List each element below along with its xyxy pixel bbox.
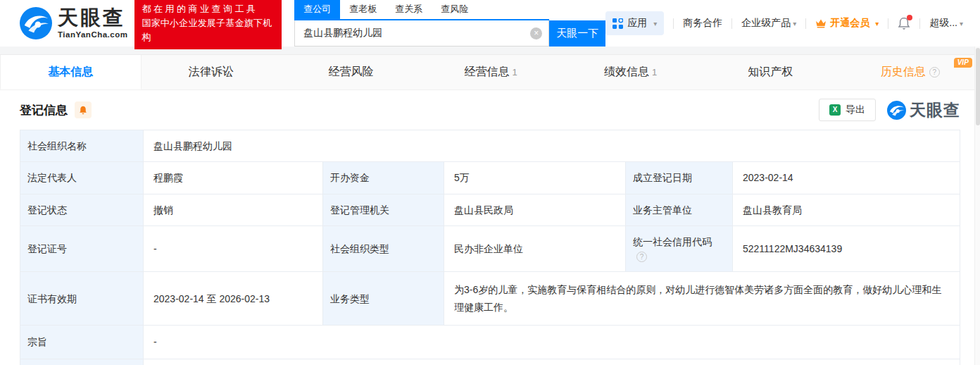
tab-operation-info[interactable]: 经营信息 1 bbox=[421, 55, 561, 89]
field-label-legal-rep: 法定代表人 bbox=[20, 162, 144, 194]
table-row: 宗旨 - bbox=[20, 326, 960, 359]
field-label-capital: 开办资金 bbox=[323, 162, 444, 194]
crown-icon bbox=[815, 18, 827, 28]
tab-performance-info[interactable]: 绩效信息 1 bbox=[560, 55, 701, 89]
field-value-reg-date: 2023-02-14 bbox=[733, 162, 960, 194]
field-label-org-type: 社会组织类型 bbox=[323, 225, 444, 272]
field-label-supervisor-unit: 业务主管单位 bbox=[626, 194, 733, 225]
field-label-reg-authority: 登记管理机关 bbox=[323, 194, 444, 225]
search-tab-boss[interactable]: 查老板 bbox=[340, 0, 386, 19]
company-nav-tabs: 基本信息 法律诉讼 经营风险 经营信息 1 绩效信息 1 知识产权 VIP 历史… bbox=[0, 55, 980, 90]
field-label-business-type: 业务类型 bbox=[323, 272, 444, 326]
field-label-address: 住所 bbox=[20, 359, 144, 365]
export-button[interactable]: X 导出 bbox=[819, 99, 876, 121]
vertical-scrollbar[interactable] bbox=[974, 47, 980, 365]
divider bbox=[805, 18, 806, 29]
field-value-org-name: 盘山县鹏程幼儿园 bbox=[144, 130, 960, 162]
search-tab-company[interactable]: 查公司 bbox=[294, 0, 340, 19]
divider bbox=[919, 18, 920, 29]
tab-intellectual-property[interactable]: 知识产权 bbox=[701, 55, 841, 89]
divider bbox=[673, 18, 674, 29]
field-label-credit-code: 统一社会信用代码 ? bbox=[626, 225, 733, 272]
search-button[interactable]: 天眼一下 bbox=[549, 20, 605, 47]
enterprise-products-label: 企业级产品 bbox=[741, 17, 791, 30]
notification-bell-icon[interactable] bbox=[898, 17, 910, 30]
chevron-down-icon: ▾ bbox=[793, 20, 796, 27]
business-cooperation-link[interactable]: 商务合作 bbox=[683, 17, 722, 30]
search-tabs: 查公司 查老板 查关系 查风险 bbox=[294, 0, 549, 20]
field-value-purpose: - bbox=[144, 326, 960, 359]
history-help-icon[interactable]: ? bbox=[929, 67, 940, 78]
tab-history-info-label: 历史信息 bbox=[881, 65, 926, 80]
tianyancha-logo[interactable]: 天眼查 TianYanCha.com bbox=[20, 7, 127, 39]
table-row: 法定代表人 程鹏霞 开办资金 5万 成立登记日期 2023-02-14 bbox=[20, 162, 960, 194]
watermark-logo: 天眼查 bbox=[887, 99, 960, 121]
tab-history-info[interactable]: VIP 历史信息 ? bbox=[840, 55, 980, 89]
field-value-supervisor-unit: 盘山县教育局 bbox=[733, 194, 960, 225]
field-label-reg-number: 登记证号 bbox=[20, 225, 144, 272]
field-label-cert-validity: 证书有效期 bbox=[20, 272, 144, 326]
open-vip-label: 开通会员 bbox=[830, 17, 869, 30]
field-value-org-type: 民办非企业单位 bbox=[444, 225, 626, 272]
promo-line-2: 国家中小企业发展子基金旗下机构 bbox=[142, 16, 275, 44]
table-row: 证书有效期 2023-02-14 至 2026-02-13 业务类型 为3-6岁… bbox=[20, 272, 960, 326]
apps-menu[interactable]: 应用 ▾ bbox=[605, 11, 664, 35]
top-header: 天眼查 TianYanCha.com 都在用的商业查询工具 国家中小企业发展子基… bbox=[0, 0, 980, 47]
divider bbox=[888, 18, 888, 29]
promo-line-1: 都在用的商业查询工具 bbox=[142, 2, 275, 16]
field-label-reg-date: 成立登记日期 bbox=[626, 162, 733, 194]
table-row: 社会组织名称 盘山县鹏程幼儿园 bbox=[20, 130, 960, 162]
search-input[interactable] bbox=[294, 20, 549, 47]
open-vip-link[interactable]: 开通会员 ▾ bbox=[815, 17, 879, 30]
registration-info-table: 社会组织名称 盘山县鹏程幼儿园 法定代表人 程鹏霞 开办资金 5万 成立登记日期… bbox=[20, 130, 960, 365]
notification-dot bbox=[907, 15, 912, 20]
excel-icon: X bbox=[829, 104, 841, 116]
section-title: 登记信息 bbox=[20, 102, 68, 118]
divider bbox=[731, 18, 732, 29]
tab-legal-proceedings[interactable]: 法律诉讼 bbox=[142, 55, 282, 89]
field-label-reg-status: 登记状态 bbox=[20, 194, 144, 225]
tab-operation-risk[interactable]: 经营风险 bbox=[281, 55, 421, 89]
brand-name: 天眼查 bbox=[58, 8, 127, 28]
tab-performance-info-label: 绩效信息 bbox=[604, 65, 649, 80]
promo-banner: 都在用的商业查询工具 国家中小企业发展子基金旗下机构 bbox=[134, 0, 282, 49]
chevron-down-icon: ▾ bbox=[653, 20, 657, 27]
table-row: 住所 辽宁省盘锦市盘山县羊圈子镇和泰馨城小区 bbox=[20, 359, 960, 365]
field-value-reg-number: - bbox=[144, 225, 323, 272]
field-label-purpose: 宗旨 bbox=[20, 326, 144, 359]
credit-code-help-icon[interactable]: ? bbox=[636, 252, 647, 262]
header-links: 应用 ▾ 商务合作 企业级产品 ▾ 开通会员 ▾ bbox=[605, 11, 963, 35]
tab-performance-info-count: 1 bbox=[652, 67, 657, 78]
scrollbar-thumb[interactable] bbox=[976, 48, 980, 125]
table-row: 登记证号 - 社会组织类型 民办非企业单位 统一社会信用代码 ? 5221112… bbox=[20, 225, 960, 272]
chevron-down-icon: ▾ bbox=[875, 20, 879, 27]
field-value-address: 辽宁省盘锦市盘山县羊圈子镇和泰馨城小区 bbox=[144, 359, 960, 365]
search-area: 查公司 查老板 查关系 查风险 × 天眼一下 bbox=[294, 0, 605, 47]
tab-operation-info-count: 1 bbox=[512, 67, 517, 78]
chevron-down-icon: ▾ bbox=[960, 20, 963, 27]
search-tab-relation[interactable]: 查关系 bbox=[386, 0, 432, 19]
field-value-business-type: 为3-6岁的儿童，实施教育与保育相结合的原则，对幼儿进行德智体美劳诸多方面全面的… bbox=[444, 272, 960, 326]
export-label: 导出 bbox=[846, 104, 865, 116]
tianyancha-logo-icon bbox=[20, 7, 52, 39]
field-value-reg-authority: 盘山县民政局 bbox=[444, 194, 626, 225]
monitor-bell-icon[interactable] bbox=[75, 101, 92, 118]
tab-basic-info[interactable]: 基本信息 bbox=[0, 55, 142, 89]
tab-operation-risk-label: 经营风险 bbox=[328, 65, 373, 80]
field-value-cert-validity: 2023-02-14 至 2026-02-13 bbox=[144, 272, 323, 326]
field-value-reg-status: 撤销 bbox=[144, 194, 323, 225]
field-value-capital: 5万 bbox=[444, 162, 626, 194]
tab-basic-info-label: 基本信息 bbox=[48, 65, 93, 80]
enterprise-products-link[interactable]: 企业级产品 ▾ bbox=[741, 17, 796, 30]
registration-section-header: 登记信息 X 导出 天眼查 bbox=[0, 90, 980, 128]
tab-legal-proceedings-label: 法律诉讼 bbox=[189, 65, 234, 80]
field-value-legal-rep: 程鹏霞 bbox=[144, 162, 323, 194]
vip-badge: VIP bbox=[954, 58, 972, 68]
search-tab-risk[interactable]: 查风险 bbox=[432, 0, 477, 19]
credit-code-label-text: 统一社会信用代码 bbox=[633, 236, 712, 247]
super-vip-link[interactable]: 超级... ▾ bbox=[929, 17, 963, 30]
search-box: × bbox=[294, 20, 549, 47]
tab-intellectual-property-label: 知识产权 bbox=[748, 65, 793, 80]
field-label-org-name: 社会组织名称 bbox=[20, 130, 144, 162]
apps-grid-icon bbox=[612, 18, 623, 29]
